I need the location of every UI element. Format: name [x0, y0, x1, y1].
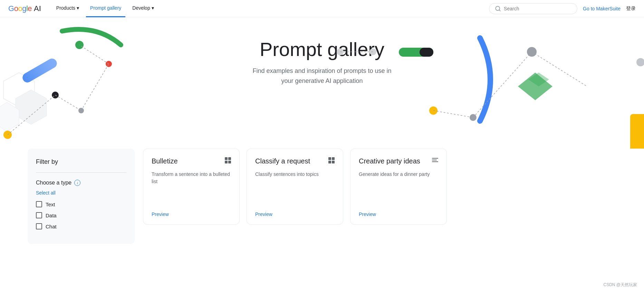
svg-point-21	[470, 114, 477, 121]
hero-subtitle: Find examples and inspiration of prompts…	[7, 66, 637, 86]
nav-products[interactable]: Products ▾	[52, 0, 83, 17]
svg-line-25	[433, 111, 473, 117]
main-content: Filter by Choose a type i Select all Tex…	[0, 149, 644, 258]
search-input[interactable]	[504, 6, 571, 11]
choose-type-label: Choose a type	[36, 180, 71, 186]
card-party-desc: Generate ideas for a dinner party	[359, 171, 438, 206]
checkbox-data-label: Data	[46, 213, 57, 218]
card-classify-preview-link[interactable]: Preview	[255, 211, 272, 217]
card-party[interactable]: Creative party ideas Generate ideas for …	[350, 149, 447, 225]
card-bulletize-header: Bulletize	[152, 157, 231, 165]
svg-marker-4	[0, 102, 19, 131]
card-party-title: Creative party ideas	[359, 157, 420, 165]
checkbox-data[interactable]: Data	[36, 212, 126, 218]
checkbox-chat[interactable]: Chat	[36, 223, 126, 229]
card-classify-preview: Preview	[255, 206, 335, 217]
card-classify-header: Classify a request	[255, 157, 335, 165]
select-all-link[interactable]: Select all	[36, 190, 126, 196]
checkbox-chat-label: Chat	[46, 224, 57, 229]
chevron-down-icon: ▾	[77, 5, 79, 11]
ai-label: AI	[34, 4, 41, 13]
nav-right: Go to MakerSuite 登录	[489, 3, 636, 14]
lines-icon	[432, 157, 438, 162]
card-party-preview: Preview	[359, 206, 438, 217]
filter-title: Filter by	[36, 158, 126, 166]
cards-area: Bulletize Transform a sentence into a bu…	[143, 149, 616, 225]
card-bulletize-desc: Transform a sentence into a bulleted lis…	[152, 171, 231, 206]
hero-section: Prompt gallery Find examples and inspira…	[0, 17, 644, 149]
card-party-preview-link[interactable]: Preview	[359, 211, 376, 217]
card-bulletize-title: Bulletize	[152, 157, 178, 165]
search-icon	[495, 6, 501, 12]
svg-point-8	[52, 92, 59, 98]
svg-point-7	[3, 131, 12, 139]
grid-icon	[225, 157, 231, 163]
filter-panel: Filter by Choose a type i Select all Tex…	[28, 149, 135, 244]
hero-title: Prompt gallery	[7, 38, 637, 60]
info-icon[interactable]: i	[74, 180, 80, 186]
search-bar[interactable]	[489, 3, 577, 14]
checkbox-text-box[interactable]	[36, 201, 42, 207]
grid-icon-2	[328, 157, 335, 163]
choose-type-row: Choose a type i	[36, 180, 126, 186]
svg-point-20	[429, 106, 438, 115]
svg-line-12	[8, 95, 55, 135]
nav-prompt-gallery[interactable]: Prompt gallery	[86, 0, 125, 17]
nav-links: Products ▾ Prompt gallery Develop ▾	[52, 0, 489, 17]
card-classify-desc: Classify sentences into topics	[255, 171, 335, 206]
card-bulletize-preview-link[interactable]: Preview	[152, 211, 169, 217]
svg-rect-28	[630, 114, 644, 149]
svg-line-1	[499, 10, 500, 11]
nav-develop[interactable]: Develop ▾	[128, 0, 158, 17]
navbar: Google AI Products ▾ Prompt gallery Deve…	[0, 0, 644, 17]
card-bulletize-preview: Preview	[152, 206, 231, 217]
svg-point-9	[78, 108, 84, 113]
checkbox-text-label: Text	[46, 201, 55, 207]
svg-line-13	[55, 95, 81, 111]
checkbox-chat-box[interactable]	[36, 223, 42, 229]
chevron-down-icon: ▾	[152, 5, 154, 11]
card-classify[interactable]: Classify a request Classify sentences in…	[247, 149, 343, 225]
makersuite-link[interactable]: Go to MakerSuite	[583, 6, 621, 11]
svg-point-23	[636, 58, 644, 66]
logo[interactable]: Google AI	[8, 4, 41, 13]
checkbox-text[interactable]: Text	[36, 201, 126, 207]
checkbox-data-box[interactable]	[36, 212, 42, 218]
card-party-header: Creative party ideas	[359, 157, 438, 165]
signin-button[interactable]: 登录	[626, 6, 636, 12]
google-wordmark: Google	[8, 4, 32, 13]
card-bulletize[interactable]: Bulletize Transform a sentence into a bu…	[143, 149, 240, 225]
filter-divider	[36, 172, 126, 173]
svg-marker-3	[16, 90, 47, 124]
card-classify-title: Classify a request	[255, 157, 310, 165]
